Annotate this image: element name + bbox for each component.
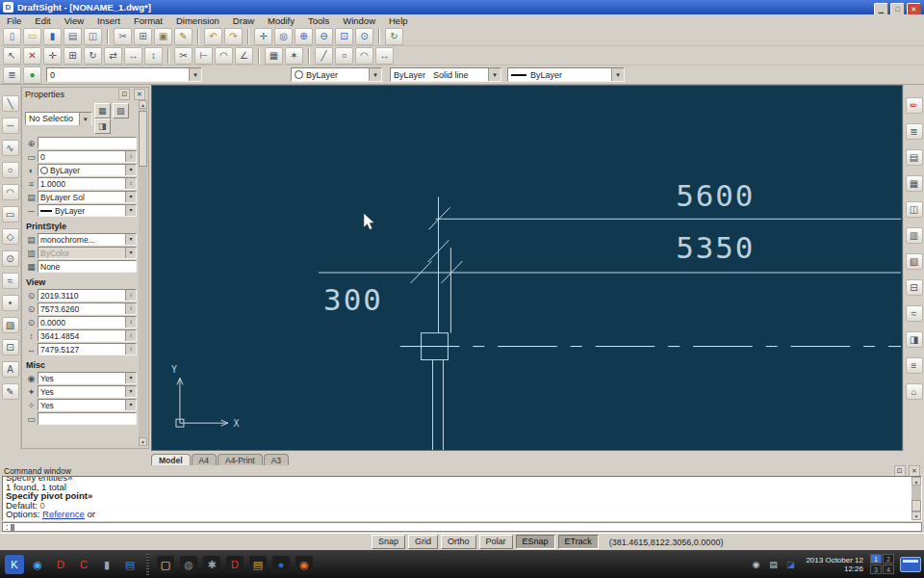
terminal-icon[interactable]: ▮: [97, 555, 116, 574]
command-scrollbar[interactable]: ▲ ▼: [911, 477, 921, 520]
lineweight-combo[interactable]: ByLayer ▾: [507, 67, 625, 82]
cloud-icon[interactable]: ≈: [906, 305, 923, 322]
circle-tool-icon[interactable]: ○: [335, 47, 353, 65]
tray-monitor-icon[interactable]: ▤: [766, 558, 780, 571]
erase-icon[interactable]: ✕: [23, 47, 41, 65]
combo-arrow-icon[interactable]: ▾: [189, 68, 201, 81]
notes-app-icon[interactable]: ▢: [157, 556, 174, 573]
sheet-icon[interactable]: ▤: [906, 149, 923, 166]
select-icon[interactable]: ↖: [3, 47, 21, 65]
drawing-area[interactable]: 5600 5350 300 Y X: [151, 85, 903, 451]
globe-task-icon[interactable]: ●: [272, 556, 290, 573]
window-preview-icon[interactable]: [900, 557, 921, 572]
ellipse-icon[interactable]: ⊙: [2, 250, 19, 267]
reference-icon[interactable]: ⊟: [906, 279, 923, 296]
pager-desktop-3[interactable]: 3: [870, 565, 882, 574]
table-icon[interactable]: ▥: [906, 227, 923, 244]
toggle-etrack[interactable]: ETrack: [558, 535, 599, 549]
linestyle-field[interactable]: ByLayer Sol▾: [38, 191, 137, 203]
open-icon[interactable]: ▭: [23, 28, 41, 45]
spinner-icon[interactable]: ↕: [125, 290, 136, 301]
tab-a4-print[interactable]: A4-Print: [218, 454, 263, 465]
print-icon[interactable]: ▤: [64, 28, 82, 45]
close-icon[interactable]: ✕: [909, 465, 920, 477]
zoom-out-icon[interactable]: ⊖: [315, 28, 333, 45]
command-history[interactable]: Specify entities» 1 found, 1 total Speci…: [2, 476, 922, 521]
display-options-button[interactable]: ◨: [94, 118, 111, 134]
combo-arrow-icon[interactable]: ▾: [125, 234, 136, 245]
rebuild-icon[interactable]: ↻: [385, 28, 403, 45]
point-icon[interactable]: •: [2, 295, 19, 311]
web-globe-icon[interactable]: ◉: [28, 555, 47, 574]
command-window-header[interactable]: Command window ⊡ ✕: [0, 465, 924, 476]
toggle-snap[interactable]: Snap: [372, 535, 405, 549]
layers-icon[interactable]: ≣: [906, 123, 923, 140]
k-menu-icon[interactable]: K: [5, 555, 24, 574]
combo-arrow-icon[interactable]: ▾: [79, 113, 91, 125]
menu-view[interactable]: View: [58, 15, 90, 26]
toggle-esnap[interactable]: ESnap: [516, 535, 555, 549]
zoom-in-icon[interactable]: ⊕: [295, 28, 313, 45]
move-icon[interactable]: ✛: [43, 47, 62, 65]
dimension-tool-icon[interactable]: ↔: [375, 47, 394, 65]
spinner-icon[interactable]: ↕: [125, 303, 136, 314]
home-view-icon[interactable]: ⌂: [906, 383, 923, 400]
scroll-down-icon[interactable]: ▼: [139, 437, 147, 446]
rectangle-icon[interactable]: ▭: [2, 206, 19, 223]
titlebar[interactable]: D DraftSight - [NONAME_1.dwg*] ▁□✕: [0, 0, 924, 14]
scroll-up-icon[interactable]: ▲: [139, 100, 147, 109]
construction-line-icon[interactable]: ─: [2, 118, 19, 134]
rotate-icon[interactable]: ↻: [84, 47, 102, 65]
scroll-track[interactable]: [139, 109, 147, 437]
lineweight-field[interactable]: ByLayer▾: [38, 204, 137, 217]
ucs-per-viewport-field[interactable]: Yes▾: [38, 399, 137, 411]
trim-icon[interactable]: ✂: [174, 47, 192, 65]
close-icon[interactable]: ✕: [134, 89, 145, 100]
linecolor-field[interactable]: ByLayer▾: [38, 164, 137, 176]
properties-scrollbar[interactable]: ▲ ▼: [139, 100, 147, 446]
extend-icon[interactable]: ⊢: [194, 47, 213, 65]
spinner-icon[interactable]: ↕: [125, 151, 136, 162]
tray-user-icon[interactable]: ◉: [749, 558, 762, 571]
chamfer-icon[interactable]: ∠: [235, 47, 253, 65]
folder-task-icon[interactable]: ▤: [249, 556, 267, 573]
grid-display-icon[interactable]: ▦: [906, 175, 923, 192]
print-preview-icon[interactable]: ◫: [84, 28, 102, 45]
tray-flag-icon[interactable]: ◪: [783, 558, 797, 571]
toggle-polar[interactable]: Polar: [479, 535, 513, 549]
menu-modify[interactable]: Modify: [261, 15, 301, 26]
layer-color-icon[interactable]: ●: [23, 66, 41, 84]
combo-arrow-icon[interactable]: ▾: [369, 68, 381, 81]
combo-arrow-icon[interactable]: ▾: [125, 248, 136, 258]
printtable-field[interactable]: None↕: [38, 260, 137, 273]
combo-arrow-icon[interactable]: ▾: [125, 192, 136, 202]
settings-gear-icon[interactable]: ✱: [203, 556, 220, 573]
taskbar-handle[interactable]: [146, 554, 149, 575]
markup-pen-icon[interactable]: ✏: [906, 97, 923, 114]
zoom-fit-icon[interactable]: ⊙: [355, 28, 373, 45]
command-input[interactable]: :: [2, 522, 922, 532]
note-icon[interactable]: ✎: [2, 383, 19, 400]
spinner-icon[interactable]: ↕: [125, 344, 136, 355]
zoom-window-icon[interactable]: ⊡: [335, 28, 353, 45]
menu-dimension[interactable]: Dimension: [169, 15, 226, 26]
spinner-icon[interactable]: ↕: [125, 178, 136, 189]
toggle-ortho[interactable]: Ortho: [441, 535, 476, 549]
linestyle-combo[interactable]: ByLayer Solid line ▾: [390, 67, 501, 82]
block-icon[interactable]: ⊡: [2, 339, 19, 355]
taskbar-clock[interactable]: 2013 October 12 12:26: [806, 556, 863, 573]
printstyle-field[interactable]: monochrome...▾: [38, 233, 137, 246]
view-split-icon[interactable]: ◫: [906, 201, 923, 218]
properties-panel-titlebar[interactable]: Properties ⊡ ✕: [22, 88, 148, 101]
zoom-dynamic-icon[interactable]: ◎: [274, 28, 293, 45]
combo-arrow-icon[interactable]: ▾: [125, 165, 136, 175]
combo-arrow-icon[interactable]: ▾: [125, 386, 136, 397]
mirror-icon[interactable]: ⇄: [104, 47, 122, 65]
combo-arrow-icon[interactable]: ▾: [125, 373, 136, 383]
toggle-grid[interactable]: Grid: [408, 535, 438, 549]
menu-edit[interactable]: Edit: [28, 15, 57, 26]
drawing-canvas[interactable]: 5600 5350 300 Y X: [152, 86, 902, 450]
paste-icon[interactable]: ▣: [154, 28, 172, 45]
arc-icon[interactable]: ◠: [2, 184, 19, 200]
pager-desktop-1[interactable]: 1: [870, 554, 882, 564]
